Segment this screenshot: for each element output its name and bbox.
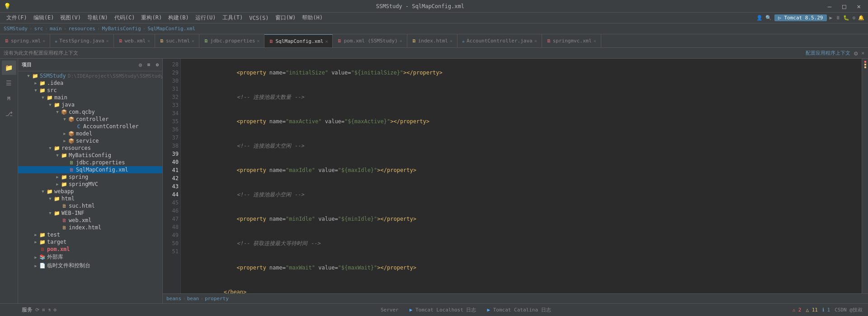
editor-breadcrumb-beans[interactable]: beans [166, 296, 181, 302]
bottom-btn-settings2[interactable]: ⚙ [53, 307, 57, 313]
tree-accountcontroller[interactable]: ▼ C AccountController [18, 123, 162, 130]
menu-window[interactable]: 窗口(W) [273, 13, 299, 23]
tree-service[interactable]: ▶ 📦 service [18, 137, 162, 144]
tree-resources[interactable]: ▼ 📁 resources [18, 144, 162, 152]
tree-test[interactable]: ▶ 📁 test [18, 231, 162, 238]
breadcrumb-sqlmapconfig[interactable]: SqlMapConfig.xml [147, 26, 195, 32]
tab-sqlmapconfig[interactable]: 🗎 SqlMapConfig.xml ✕ [264, 34, 333, 47]
tree-spring[interactable]: ▶ 📁 spring [18, 173, 162, 181]
tree-suc[interactable]: ▼ 🗎 suc.html [18, 202, 162, 209]
editor-breadcrumb-property[interactable]: property [205, 296, 229, 302]
tomcat-status[interactable]: ▷ Tomcat 8.5.29 [774, 14, 826, 21]
menu-file[interactable]: 文件(F) [4, 13, 30, 23]
user-icon[interactable]: 👤 [756, 15, 763, 21]
tree-model[interactable]: ▶ 📦 model [18, 130, 162, 137]
warning-count[interactable]: △ 11 [806, 307, 818, 313]
tree-springmvc[interactable]: ▶ 📁 springMVC [18, 181, 162, 188]
breadcrumb-src[interactable]: src [34, 26, 43, 32]
sidebar-btn-expand[interactable]: ≡ [146, 61, 152, 69]
side-btn-git[interactable]: ⎇ [2, 107, 16, 121]
bottom-btn-refresh[interactable]: ⟳ [35, 307, 39, 313]
tree-pomxml[interactable]: ▼ 🗎 pom.xml [18, 246, 162, 253]
tree-main[interactable]: ▼ 📁 main [18, 94, 162, 101]
bottom-tab-server[interactable]: Server [381, 307, 399, 313]
tab-jdbc[interactable]: 🗎 jdbc.properties ✕ [199, 34, 264, 47]
tab-index[interactable]: 🗎 index.html ✕ [407, 34, 458, 47]
tree-scratch[interactable]: ▶ 📄 临时文件和控制台 [18, 261, 162, 270]
settings-icon[interactable]: ⚙ [852, 15, 855, 21]
notification-icon[interactable]: 🔔 [858, 15, 864, 21]
tree-target[interactable]: ▶ 📁 target [18, 238, 162, 246]
tree-idea[interactable]: ▶ 📁 .idea [18, 79, 162, 87]
notif-close-icon[interactable]: ✕ [861, 50, 864, 56]
editor-breadcrumb-bean[interactable]: bean [187, 296, 199, 302]
side-btn-project[interactable]: 📁 [2, 60, 16, 75]
tab-close-spring[interactable]: ✕ [42, 38, 45, 43]
menu-tools[interactable]: 工具(T) [220, 13, 246, 23]
tab-accountcontroller[interactable]: ☕ AccountController.java ✕ [458, 34, 542, 47]
tree-jdbcprops[interactable]: ▼ 🗎 jdbc.properties [18, 159, 162, 166]
tab-testspring[interactable]: ☕ TestSpring.java ✕ [50, 34, 113, 47]
breadcrumb-mybatisconfig[interactable]: MyBatisConfig [102, 26, 141, 32]
tab-close-springmvc[interactable]: ✕ [594, 38, 596, 43]
close-button[interactable]: ✕ [854, 2, 864, 11]
tab-suc[interactable]: 🗎 suc.html ✕ [155, 34, 199, 47]
tab-close-pom[interactable]: ✕ [400, 38, 402, 43]
menu-refactor[interactable]: 重构(R) [138, 13, 165, 23]
tree-indexhtml[interactable]: ▼ 🗎 index.html [18, 224, 162, 231]
menu-help[interactable]: 帮助(H) [299, 13, 326, 23]
error-count[interactable]: ⚠ 2 [793, 307, 802, 313]
tree-html[interactable]: ▼ 📁 html [18, 195, 162, 202]
menu-code[interactable]: 代码(C) [112, 13, 138, 23]
tree-comqcby[interactable]: ▼ 📦 com.qcby [18, 108, 162, 116]
run-icons[interactable]: ▶ ⏸ 🐛 [830, 15, 850, 21]
tree-webinf[interactable]: ▼ 📁 WEB-INF [18, 209, 162, 217]
window-controls: — □ ✕ [824, 2, 864, 11]
sidebar-btn-settings[interactable]: ⚙ [154, 61, 160, 69]
menu-edit[interactable]: 编辑(E) [31, 13, 57, 23]
breadcrumb-main[interactable]: main [50, 26, 62, 32]
tab-web-xml[interactable]: 🗎 web.xml ✕ [114, 34, 155, 47]
menu-view[interactable]: 视图(V) [57, 13, 84, 23]
info-count[interactable]: ℹ 1 [822, 307, 830, 313]
notif-settings-icon[interactable]: ⚙ [854, 50, 858, 57]
tree-webapp[interactable]: ▼ 📁 webapp [18, 188, 162, 195]
breadcrumb-ssmStudy[interactable]: SSMStudy [4, 26, 28, 32]
tree-extlibs[interactable]: ▶ 📚 外部库 [18, 253, 162, 261]
tab-pom[interactable]: 🗎 pom.xml (SSMStudy) ✕ [333, 34, 407, 47]
menu-vcs[interactable]: VCS(S) [246, 14, 271, 22]
tab-close-testspring[interactable]: ✕ [106, 38, 109, 43]
tree-java[interactable]: ▼ 📁 java [18, 101, 162, 108]
tab-close-sqlmap[interactable]: ✕ [325, 39, 328, 44]
tab-springmvc[interactable]: 🗎 springmvc.xml ✕ [542, 34, 601, 47]
tab-close-jdbc[interactable]: ✕ [257, 38, 259, 43]
tab-close-index[interactable]: ✕ [450, 38, 453, 43]
bottom-btn-filter[interactable]: ⚗ [48, 307, 51, 313]
tree-src[interactable]: ▼ 📁 src [18, 87, 162, 94]
bottom-btn-list[interactable]: ≡ [42, 307, 45, 313]
maximize-button[interactable]: □ [839, 2, 849, 11]
tree-controller[interactable]: ▼ 📦 controller [18, 116, 162, 123]
sidebar-btn-locate[interactable]: ◎ [137, 61, 144, 69]
tree-webxml[interactable]: ▼ 🗎 web.xml [18, 217, 162, 224]
tree-label-test: test [46, 232, 60, 238]
notif-link[interactable]: 配置应用程序上下文 [806, 50, 850, 56]
menu-build[interactable]: 构建(B) [165, 13, 192, 23]
tree-root[interactable]: ▼ 📁 SSMStudy D:\IDEAproject\SSMStudy\SSM… [18, 72, 162, 79]
tab-close-suc[interactable]: ✕ [192, 38, 194, 43]
bottom-tab-tomcat-catalina[interactable]: ▶ Tomcat Catalina 日志 [487, 307, 551, 313]
tab-spring-xml[interactable]: 🗎 spring.xml ✕ [0, 34, 50, 47]
search-icon[interactable]: 🔍 [765, 15, 772, 21]
bottom-tab-tomcat-local[interactable]: ▶ Tomcat Localhost 日志 [410, 307, 476, 313]
side-btn-maven[interactable]: M [2, 91, 16, 106]
tab-close-web[interactable]: ✕ [147, 38, 150, 43]
menu-run[interactable]: 运行(U) [193, 13, 219, 23]
tree-sqlmapconfig[interactable]: ▼ 🗎 SqlMapConfig.xml [18, 166, 162, 173]
code-editor[interactable]: <property name="initialSize" value="${in… [181, 59, 862, 293]
minimize-button[interactable]: — [824, 2, 835, 11]
tree-mybatisconfig[interactable]: ▼ 📁 MyBatisConfig [18, 152, 162, 159]
menu-nav[interactable]: 导航(N) [85, 13, 111, 23]
tab-close-account[interactable]: ✕ [534, 38, 537, 43]
breadcrumb-resources[interactable]: resources [68, 26, 95, 32]
side-btn-structure[interactable]: ☰ [2, 76, 16, 90]
